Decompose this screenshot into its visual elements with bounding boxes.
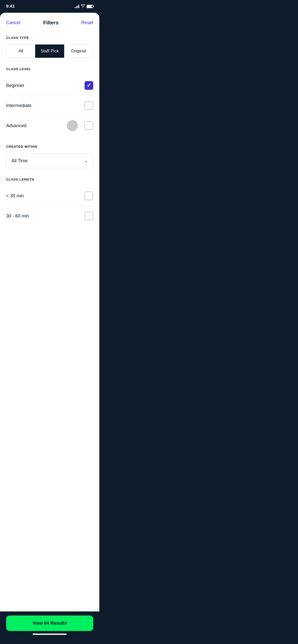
- filter-sheet: Cancel Filters Reset CLASS TYPE All Staf…: [0, 13, 99, 644]
- created-within-section: CREATED WITHIN All Time ⌄: [0, 140, 99, 168]
- page-title: Filters: [43, 20, 58, 26]
- 30to60-row: 30 - 60 min: [6, 206, 93, 226]
- created-within-label: CREATED WITHIN: [6, 145, 93, 149]
- class-type-section: CLASS TYPE All Staff Pick Original: [0, 31, 99, 58]
- created-within-dropdown[interactable]: All Time ⌄: [6, 153, 93, 168]
- class-type-label: CLASS TYPE: [6, 36, 93, 40]
- cancel-button[interactable]: Cancel: [6, 20, 20, 25]
- advanced-label: Advanced: [6, 123, 26, 128]
- under30-label: < 30 min: [6, 193, 24, 199]
- intermediate-label: Intermediate: [6, 103, 32, 108]
- beginner-checkbox[interactable]: ✓: [85, 81, 93, 90]
- status-bar: 9:41: [0, 0, 99, 13]
- status-time: 9:41: [6, 4, 15, 9]
- class-level-label: CLASS LEVEL: [6, 67, 93, 71]
- class-type-segmented-control: All Staff Pick Original: [6, 44, 93, 58]
- segment-staff-pick[interactable]: Staff Pick: [35, 45, 64, 58]
- beginner-label: Beginner: [6, 83, 24, 88]
- reset-button[interactable]: Reset: [81, 20, 93, 25]
- class-length-label: CLASS LENGTH: [6, 178, 93, 181]
- 30to60-checkbox[interactable]: [85, 212, 93, 220]
- advanced-row: Advanced: [6, 116, 93, 136]
- signal-icon: [75, 5, 79, 8]
- class-length-section: CLASS LENGTH < 30 min 30 - 60 min: [0, 172, 99, 226]
- status-icons: [75, 4, 93, 8]
- class-level-section: CLASS LEVEL Beginner ✓ Intermediate Adva…: [0, 62, 99, 136]
- home-indicator: [33, 634, 67, 635]
- dropdown-value: All Time: [11, 158, 28, 164]
- battery-icon: [87, 5, 93, 8]
- filter-header: Cancel Filters Reset: [0, 13, 99, 31]
- wifi-icon: [81, 4, 85, 8]
- beginner-row: Beginner ✓: [6, 76, 93, 96]
- chevron-down-icon: ⌄: [84, 158, 88, 164]
- under30-row: < 30 min: [6, 186, 93, 206]
- segment-original[interactable]: Original: [64, 45, 93, 58]
- touch-indicator: [67, 120, 78, 131]
- bottom-bar: View 64 Results: [0, 611, 99, 644]
- checkmark-icon: ✓: [87, 83, 91, 88]
- intermediate-checkbox[interactable]: [85, 101, 93, 110]
- under30-checkbox[interactable]: [85, 192, 93, 200]
- 30to60-label: 30 - 60 min: [6, 213, 29, 219]
- advanced-checkbox[interactable]: [85, 121, 93, 130]
- intermediate-row: Intermediate: [6, 96, 93, 116]
- segment-all[interactable]: All: [6, 45, 35, 58]
- view-results-button[interactable]: View 64 Results: [6, 616, 93, 631]
